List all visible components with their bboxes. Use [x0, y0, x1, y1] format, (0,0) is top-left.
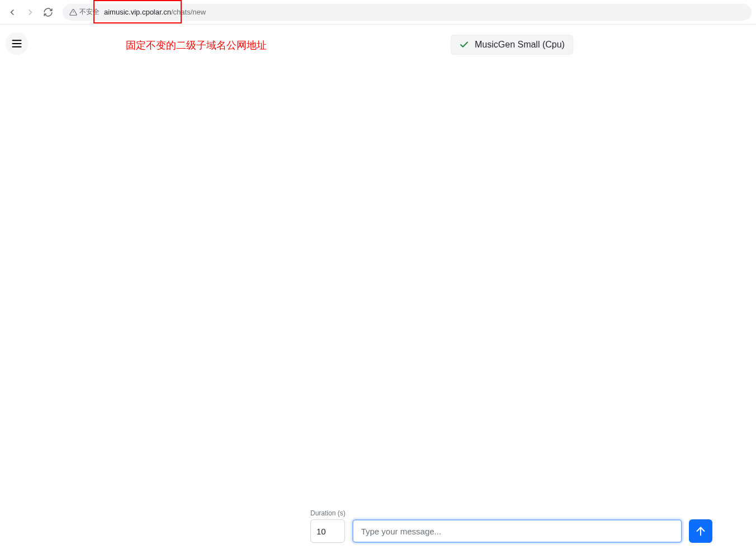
model-name-label: MusicGen Small (Cpu) [475, 40, 565, 50]
check-icon [459, 40, 469, 50]
arrow-right-icon [25, 7, 35, 17]
message-input[interactable] [352, 519, 682, 543]
annotation-text: 固定不变的二级子域名公网地址 [126, 39, 267, 52]
warning-triangle-icon [69, 8, 77, 16]
url-domain: aimusic.vip.cpolar.cn [104, 8, 171, 16]
duration-label: Duration (s) [310, 509, 346, 517]
hamburger-icon [11, 39, 22, 49]
arrow-left-icon [7, 7, 17, 17]
composer-row: Duration (s) [310, 509, 712, 543]
duration-field-wrap: Duration (s) [310, 509, 346, 543]
security-indicator[interactable]: 不安全 [69, 7, 100, 17]
forward-button[interactable] [22, 4, 38, 20]
not-secure-label: 不安全 [79, 7, 100, 17]
arrow-up-icon [694, 525, 707, 537]
address-bar[interactable]: 不安全 aimusic.vip.cpolar.cn/chats/new [63, 4, 752, 21]
reload-icon [43, 7, 53, 17]
back-button[interactable] [4, 4, 20, 20]
url-path: /chats/new [171, 8, 206, 16]
send-button[interactable] [689, 519, 712, 543]
page-content: 固定不变的二级子域名公网地址 MusicGen Small (Cpu) Dura… [0, 25, 756, 554]
model-status-badge[interactable]: MusicGen Small (Cpu) [451, 35, 573, 55]
browser-toolbar: 不安全 aimusic.vip.cpolar.cn/chats/new [0, 0, 756, 25]
duration-input[interactable] [310, 519, 345, 543]
menu-button[interactable] [6, 32, 28, 55]
reload-button[interactable] [40, 4, 56, 20]
url-text: aimusic.vip.cpolar.cn/chats/new [104, 8, 206, 16]
